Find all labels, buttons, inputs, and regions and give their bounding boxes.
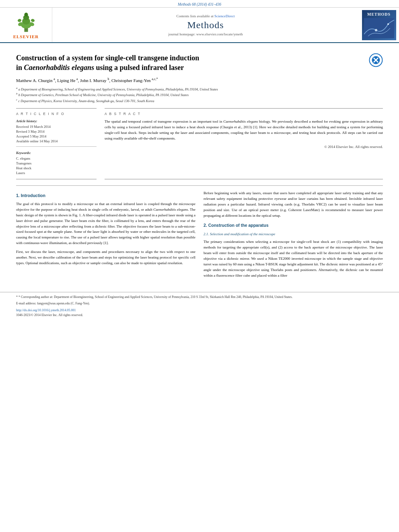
apparatus-para-1: The primary considerations when selectin…: [204, 239, 383, 279]
elsevier-logo: ELSEVIER: [12, 11, 40, 39]
footer-copyright: 1046-2023/© 2014 Elsevier Inc. All right…: [16, 313, 383, 317]
journal-cover-area: METHODS: [359, 8, 399, 42]
article-info-col: A R T I C L E I N F O Article history: R…: [16, 108, 97, 179]
methods-cover-title: METHODS: [367, 12, 391, 16]
body-content: 1. Introduction The goal of this protoco…: [16, 191, 383, 281]
authors-line: Matthew A. Churgin a, Liping He a, John …: [16, 77, 383, 84]
svg-rect-9: [364, 18, 394, 38]
methods-cover-graphic: [364, 18, 394, 38]
received-date: Received 19 March 2014: [16, 125, 97, 129]
abstract-copyright: © 2014 Elsevier Inc. All rights reserved…: [105, 145, 383, 149]
contents-line: Contents lists available at ScienceDirec…: [177, 14, 235, 18]
abstract-text: The spatial and temporal control of tran…: [105, 119, 383, 142]
sciencedirect-link[interactable]: ScienceDirect: [214, 14, 234, 18]
footnote-corresponding: * * Corresponding author at: Department …: [16, 295, 383, 300]
article-content: Construction of a system for single-cell…: [0, 43, 399, 288]
elsevier-logo-area: ELSEVIER: [0, 8, 52, 42]
journal-title: Methods: [187, 20, 224, 31]
article-footer: * * Corresponding author at: Department …: [0, 292, 399, 319]
section-divider: [16, 185, 383, 186]
microscope-subsection-title: 2.1. Selection and modification of the m…: [204, 232, 383, 237]
accepted-date: Accepted 5 May 2014: [16, 134, 97, 138]
elsevier-brand-text: ELSEVIER: [13, 34, 39, 39]
body-left-col: 1. Introduction The goal of this protoco…: [16, 191, 195, 281]
body-right-col: Before beginning work with any lasers, e…: [204, 191, 383, 281]
elsevier-tree-icon: [12, 11, 40, 33]
keyword-3: Heat shock: [16, 166, 97, 170]
article-info-header: A R T I C L E I N F O: [16, 112, 97, 116]
journal-header: ELSEVIER Contents lists available at Sci…: [0, 8, 399, 43]
keyword-1: C. elegans: [16, 156, 97, 160]
svg-point-10: [375, 29, 377, 31]
journal-header-center: Contents lists available at ScienceDirec…: [52, 8, 359, 42]
article-title-section: Construction of a system for single-cell…: [16, 53, 383, 73]
apparatus-section-title: 2. Construction of the apparatus: [204, 222, 383, 228]
safety-para: Before beginning work with any lasers, e…: [204, 191, 383, 219]
info-abstract-layout: A R T I C L E I N F O Article history: R…: [16, 108, 383, 179]
affiliation-b: b b Department of Genetics, Perelman Sch…: [16, 92, 383, 98]
svg-point-11: [387, 23, 389, 25]
revised-date: Revised 3 May 2014: [16, 129, 97, 134]
crossmark-icon: [369, 53, 383, 67]
footnote-email: E-mail address: fangyen@seas.upenn.edu (…: [16, 301, 383, 306]
article-history-label: Article history:: [16, 119, 97, 123]
footer-doi[interactable]: http://dx.doi.org/10.1016/j.ymeth.2014.0…: [16, 308, 383, 312]
affiliation-a: a a Department of Bioengineering, School…: [16, 86, 383, 92]
journal-reference: Methods 68 (2014) 431–436: [0, 0, 399, 8]
svg-point-4: [24, 13, 28, 16]
article-title: Construction of a system for single-cell…: [16, 53, 369, 73]
affiliation-c: c c Department of Physics, Korea Univers…: [16, 98, 383, 104]
keyword-4: Lasers: [16, 171, 97, 175]
intro-para-1: The goal of this protocol is to modify a…: [16, 201, 195, 246]
svg-point-7: [17, 18, 22, 22]
svg-point-8: [31, 18, 35, 22]
available-date: Available online 14 May 2014: [16, 139, 97, 143]
journal-homepage: journal homepage: www.elsevier.com/locat…: [169, 32, 243, 36]
abstract-col: A B S T R A C T The spatial and temporal…: [105, 108, 383, 179]
abstract-header: A B S T R A C T: [105, 112, 383, 116]
methods-cover-image: METHODS: [362, 10, 396, 40]
keyword-2: Transgenes: [16, 161, 97, 165]
keywords-label: Keywords:: [16, 151, 97, 155]
intro-para-2: First, we discuss the laser, microscope,…: [16, 249, 195, 266]
intro-section-title: 1. Introduction: [16, 192, 195, 199]
affiliations: a a Department of Bioengineering, School…: [16, 86, 383, 104]
